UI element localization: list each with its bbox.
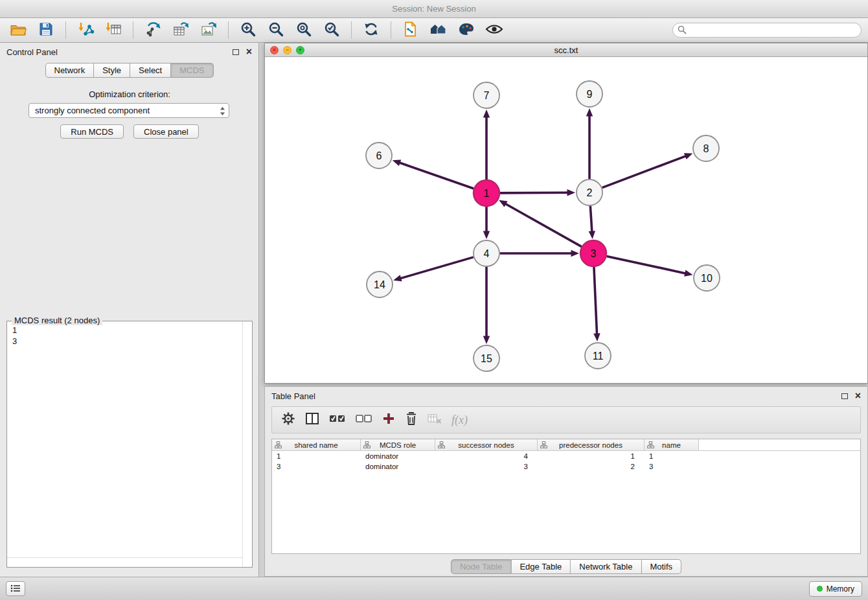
column-header-shared-name[interactable]: shared name [272,439,361,451]
import-table-button[interactable] [102,21,125,40]
zoom-out-button[interactable] [264,21,288,40]
zoom-fit-icon [295,21,312,40]
delete-table-button[interactable] [428,413,442,427]
table-row[interactable]: 3 dominator 3 2 3 [272,461,860,472]
network-edge[interactable] [483,267,490,344]
add-column-button[interactable] [382,412,395,428]
network-node[interactable]: 4 [474,240,499,266]
column-header-name[interactable]: name [645,439,699,451]
show-columns-button[interactable] [305,412,319,428]
close-panel-icon[interactable]: × [246,48,252,56]
scrollbar-track-vertical[interactable] [242,321,243,567]
open-file-button[interactable] [6,21,30,40]
scrollbar-track-horizontal[interactable] [7,557,242,558]
memory-button[interactable]: Memory [809,581,862,597]
network-node-label: 11 [593,351,604,362]
column-header-predecessor-nodes[interactable]: predecessor nodes [538,439,645,451]
task-history-button[interactable] [6,581,25,596]
export-table-icon [172,21,189,40]
network-node[interactable]: 15 [474,345,499,371]
gear-icon [281,417,295,428]
export-table-button[interactable] [169,21,192,40]
network-edge[interactable] [589,206,595,239]
close-panel-button[interactable]: Close panel [133,124,199,139]
network-graph[interactable]: 7968124314101511 [265,57,867,383]
home-button[interactable] [427,21,450,40]
table-settings-button[interactable] [281,411,295,428]
network-node[interactable]: 3 [580,240,606,266]
import-network-button[interactable] [74,21,97,40]
tab-select[interactable]: Select [130,63,171,78]
close-panel-icon[interactable]: × [855,392,861,400]
export-image-button[interactable] [197,21,220,40]
save-session-button[interactable] [34,21,58,40]
network-edge[interactable] [499,200,582,247]
search-input[interactable] [672,23,862,38]
home-icon [429,21,448,40]
mcds-result-list[interactable]: 1 3 [6,321,253,568]
column-header-mcds-role[interactable]: MCDS role [361,439,435,451]
zoom-fit-button[interactable] [292,21,315,40]
column-header-successor-nodes[interactable]: successor nodes [435,439,538,451]
network-node-label: 10 [701,273,713,284]
network-edge[interactable] [483,110,490,179]
network-edge[interactable] [500,250,579,257]
tab-mcds[interactable]: MCDS [171,63,213,78]
network-edge[interactable] [500,189,575,196]
tab-motifs[interactable]: Motifs [641,559,681,574]
clone-network-button[interactable] [399,21,422,40]
table-tabs: Node Table Edge Table Network Table Moti… [451,559,681,574]
zoom-selected-button[interactable] [320,21,343,40]
network-edge[interactable] [607,256,693,276]
network-edge[interactable] [602,153,693,187]
minimize-window-button[interactable]: − [283,46,291,54]
export-network-button[interactable] [141,21,165,40]
tab-edge-table[interactable]: Edge Table [511,559,571,574]
apply-layout-button[interactable] [360,21,383,40]
tab-node-table[interactable]: Node Table [451,559,512,574]
delete-column-button[interactable] [405,411,418,428]
network-edge[interactable] [393,159,474,189]
close-window-button[interactable]: × [270,46,279,54]
mcds-result-box: MCDS result (2 nodes) 1 3 [6,321,253,568]
network-edge[interactable] [593,267,600,341]
network-node[interactable]: 7 [474,82,499,108]
deselect-all-button[interactable] [356,413,372,426]
zoom-in-button[interactable] [236,21,260,40]
table-row[interactable]: 1 dominator 4 1 1 [272,451,860,461]
column-type-icon [438,441,445,448]
network-canvas[interactable]: 7968124314101511 [265,57,867,383]
memory-label: Memory [827,584,854,594]
tab-network[interactable]: Network [45,63,94,78]
network-edge[interactable] [483,207,490,239]
unchecked-boxes-icon [356,415,372,426]
network-node[interactable]: 14 [367,271,393,297]
select-all-button[interactable] [329,413,346,426]
network-node[interactable]: 9 [577,81,602,107]
maximize-window-button[interactable]: + [296,46,304,54]
network-node-label: 14 [374,279,385,290]
style-button[interactable] [455,21,478,40]
tab-network-table[interactable]: Network Table [571,559,641,574]
network-node[interactable]: 1 [474,180,499,206]
run-mcds-button[interactable]: Run MCDS [60,124,124,139]
network-edge[interactable] [393,257,474,281]
function-builder-button[interactable]: f(x) [451,413,468,427]
main-toolbar [0,18,868,43]
network-node[interactable]: 6 [366,143,392,168]
network-node[interactable]: 8 [693,135,719,161]
float-panel-icon[interactable] [233,49,239,55]
network-window-titlebar[interactable]: × − + scc.txt [265,43,867,57]
column-type-icon [363,441,371,448]
network-node[interactable]: 11 [585,343,611,369]
network-node[interactable]: 2 [577,179,602,205]
toggle-visibility-button[interactable] [483,21,506,40]
cell-predecessor-nodes: 1 [538,451,645,461]
optimization-criterion-select[interactable]: strongly connected component [29,103,229,118]
tab-style[interactable]: Style [94,63,130,78]
zoom-selected-icon [323,21,340,40]
network-edge[interactable] [586,108,593,179]
search-field [672,23,862,38]
network-node[interactable]: 10 [694,265,720,291]
float-panel-icon[interactable] [841,393,848,399]
